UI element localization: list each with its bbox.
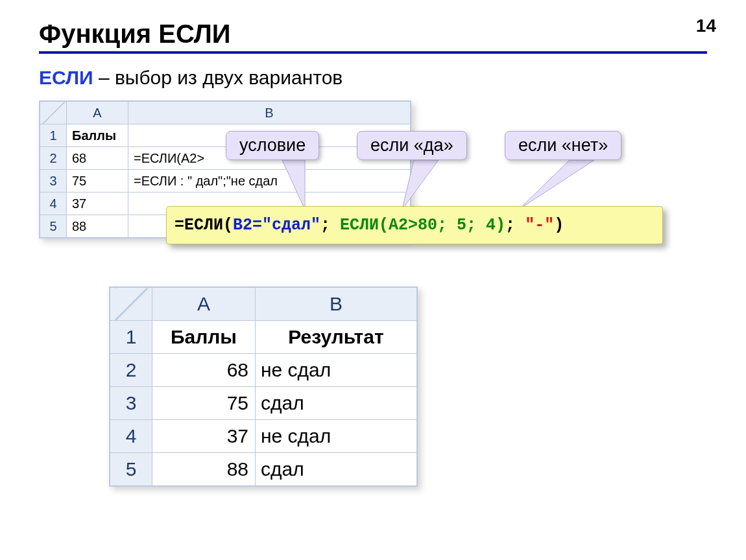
cell: 68 — [152, 354, 256, 387]
bottom-spreadsheet: A B 1 Баллы Результат 2 68 не сдал 3 75 … — [110, 287, 417, 486]
row-header: 5 — [40, 215, 67, 238]
callout-if-no: если «нет» — [505, 131, 621, 160]
title-rule — [39, 51, 707, 54]
row-header: 3 — [40, 170, 67, 192]
row-header: 2 — [110, 354, 152, 387]
col-header-a: A — [67, 102, 128, 124]
cell: 75 — [152, 387, 256, 420]
col-header-a: A — [152, 288, 256, 321]
row-header: 5 — [110, 453, 152, 486]
cell: 37 — [67, 192, 128, 215]
formula-sep: ; — [320, 216, 340, 235]
select-all-corner — [110, 288, 152, 321]
cell: не сдал — [256, 420, 417, 453]
row-header: 1 — [40, 124, 67, 147]
subtitle-keyword: ЕСЛИ — [39, 67, 93, 88]
callout-condition: условие — [226, 131, 319, 160]
cell: сдал — [256, 387, 417, 420]
col-header-b: B — [128, 102, 411, 124]
formula-sep: ; — [505, 216, 525, 235]
col-header-b: B — [256, 288, 417, 321]
formula-condition: B2="сдал" — [233, 216, 320, 235]
formula-prefix: =ЕСЛИ( — [174, 216, 233, 235]
callout-if-yes: если «да» — [357, 131, 467, 160]
cell: 37 — [152, 420, 256, 453]
row-header: 4 — [110, 420, 152, 453]
select-all-corner — [40, 102, 67, 124]
cell-header: Баллы — [152, 321, 256, 354]
cell: 88 — [67, 215, 128, 238]
row-header: 3 — [110, 387, 152, 420]
subtitle-text: – выбор из двух вариантов — [93, 67, 343, 88]
svg-marker-2 — [519, 160, 594, 209]
cell: 75 — [67, 170, 128, 192]
row-header: 2 — [40, 147, 67, 170]
formula-close: ) — [554, 216, 564, 235]
page-number: 14 — [696, 16, 716, 36]
cell: не сдал — [256, 354, 417, 387]
cell: =ЕСЛИ : " дал";"не сдал — [128, 170, 411, 192]
cell: 88 — [152, 453, 256, 486]
slide-title: Функция ЕСЛИ — [39, 19, 707, 49]
subtitle: ЕСЛИ – выбор из двух вариантов — [39, 67, 707, 89]
cell-header: Результат — [256, 321, 417, 354]
cell: сдал — [256, 453, 417, 486]
row-header: 4 — [40, 192, 67, 215]
formula-if-yes: ЕСЛИ(A2>80; 5; 4) — [340, 216, 505, 235]
cell: Баллы — [67, 124, 128, 147]
row-header: 1 — [110, 321, 152, 354]
formula-if-no: "-" — [525, 216, 554, 235]
cell: 68 — [67, 147, 128, 170]
formula-box: =ЕСЛИ(B2="сдал"; ЕСЛИ(A2>80; 5; 4); "-") — [166, 206, 663, 244]
